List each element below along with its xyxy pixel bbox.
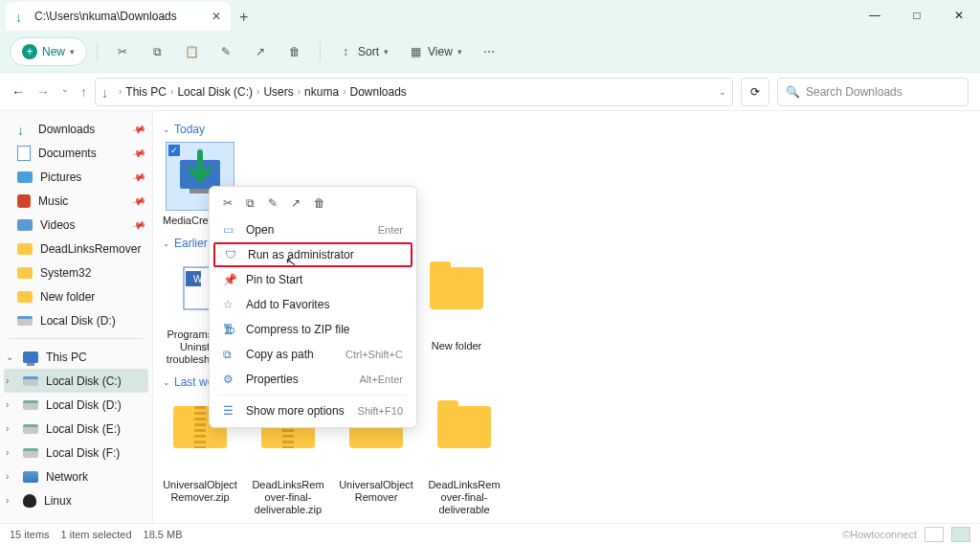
breadcrumb-item[interactable]: Local Disk (C:) (177, 85, 253, 99)
sidebar-drive[interactable]: ›Local Disk (F:) (0, 441, 152, 465)
minimize-button[interactable]: — (854, 0, 896, 31)
status-items: 15 items (10, 529, 50, 540)
window-tab[interactable]: C:\Users\nkuma\Downloads ✕ (6, 2, 231, 31)
context-menu-item[interactable]: ⧉Copy as pathCtrl+Shift+C (213, 342, 412, 367)
status-size: 18.5 MB (144, 529, 183, 540)
context-menu-item[interactable]: 🛡Run as administrator (213, 242, 412, 267)
disk-icon (23, 400, 38, 410)
chevron-down-icon: ▾ (70, 47, 75, 57)
fold-icon (17, 243, 33, 255)
disk-icon (23, 424, 38, 434)
file-item[interactable]: DeadLinksRemover-final-deliverable (427, 395, 501, 516)
scissors-icon: ✂ (115, 44, 130, 59)
sidebar-item[interactable]: Downloads📌 (0, 117, 152, 141)
svg-text:W: W (193, 274, 203, 284)
sidebar: Downloads📌Documents📌Pictures📌Music📌Video… (0, 111, 153, 529)
share-icon[interactable]: ↗ (291, 196, 301, 210)
search-input[interactable]: 🔍 Search Downloads (777, 78, 969, 106)
search-icon: 🔍 (786, 85, 800, 99)
file-label: UniversalObjectRemover (339, 479, 413, 504)
mus-icon (17, 194, 31, 208)
paste-button[interactable]: 📋 (176, 37, 207, 66)
file-label: DeadLinksRemover-final-deliverable.zip (251, 479, 325, 516)
recent-button[interactable]: ⌄ (61, 84, 69, 100)
sidebar-item[interactable]: Videos📌 (0, 213, 152, 237)
sidebar-drive[interactable]: ›Local Disk (D:) (0, 393, 152, 417)
view-icon: ▦ (408, 44, 423, 59)
checkbox-icon: ✓ (168, 145, 180, 156)
view-button[interactable]: ▦View▾ (400, 37, 470, 66)
sidebar-network[interactable]: ›Network (0, 465, 152, 488)
group-header[interactable]: ⌄Today (163, 123, 970, 136)
breadcrumb-item[interactable]: Users (263, 85, 293, 99)
breadcrumb-item[interactable]: This PC (125, 85, 167, 99)
file-label: UniversalObjectRemover.zip (163, 479, 237, 504)
copy-button[interactable]: ⧉ (142, 37, 172, 66)
shortcut-label: Alt+Enter (359, 374, 403, 385)
sidebar-item[interactable]: Pictures📌 (0, 165, 152, 189)
context-menu-item[interactable]: 🗜Compress to ZIP file (213, 317, 412, 342)
shield-icon: 🛡 (225, 248, 238, 261)
rename-button[interactable]: ✎ (211, 37, 241, 66)
address-bar[interactable]: › This PC› Local Disk (C:)› Users› nkuma… (95, 78, 733, 106)
cursor-icon: ↖ (284, 253, 299, 270)
sidebar-item[interactable]: New folder (0, 284, 152, 308)
new-tab-button[interactable]: + (231, 4, 257, 31)
context-menu-item[interactable]: ▭OpenEnter (213, 217, 412, 242)
breadcrumb-item[interactable]: Downloads (349, 85, 406, 99)
thumbnails-view-button[interactable] (951, 527, 970, 542)
refresh-button[interactable]: ⟳ (741, 78, 769, 106)
close-window-button[interactable]: ✕ (938, 0, 980, 31)
sidebar-drive[interactable]: ›Local Disk (C:) (4, 369, 148, 393)
context-menu-item[interactable]: ⚙PropertiesAlt+Enter (213, 367, 412, 392)
trash-icon[interactable]: 🗑 (314, 196, 325, 210)
pin-icon: 📌 (131, 170, 146, 185)
tab-title: C:\Users\nkuma\Downloads (34, 10, 177, 23)
maximize-button[interactable]: □ (896, 0, 938, 31)
sort-button[interactable]: ↕Sort▾ (330, 37, 396, 66)
vid-icon (17, 219, 33, 231)
sidebar-item[interactable]: Local Disk (D:) (0, 308, 152, 332)
network-icon (23, 471, 38, 483)
rename-icon[interactable]: ✎ (268, 196, 278, 210)
chevron-down-icon[interactable]: ⌄ (719, 87, 726, 97)
details-view-button[interactable] (924, 527, 944, 542)
delete-button[interactable]: 🗑 (279, 37, 310, 66)
context-menu-item[interactable]: 📌Pin to Start (213, 267, 412, 292)
breadcrumb-item[interactable]: nkuma (304, 85, 339, 99)
back-button[interactable]: ← (11, 84, 25, 100)
open-icon: ▭ (223, 223, 236, 237)
cut-button[interactable]: ✂ (107, 37, 138, 66)
file-label: New folder (419, 340, 494, 352)
linux-icon (23, 494, 36, 508)
new-button[interactable]: + New ▾ (10, 37, 87, 66)
cut-icon[interactable]: ✂ (223, 196, 233, 210)
more-button[interactable]: ⋯ (474, 37, 504, 66)
sidebar-this-pc[interactable]: ⌄This PC (0, 345, 152, 369)
disk-icon (23, 448, 38, 458)
sidebar-drive[interactable]: ›Local Disk (E:) (0, 417, 152, 441)
share-button[interactable]: ↗ (245, 37, 276, 66)
context-menu-item[interactable]: ☆Add to Favorites (213, 292, 412, 317)
up-button[interactable]: ↑ (80, 84, 87, 100)
star-icon: ☆ (223, 298, 236, 311)
pin-icon: 📌 (131, 217, 146, 233)
sidebar-item[interactable]: System32 (0, 261, 152, 284)
sidebar-item[interactable]: DeadLinksRemover (0, 237, 152, 261)
prop-icon: ⚙ (223, 373, 236, 386)
paste-icon: 📋 (184, 44, 199, 59)
sidebar-item[interactable]: Documents📌 (0, 141, 152, 165)
close-tab-icon[interactable]: ✕ (212, 10, 221, 23)
pin-icon: 📌 (131, 122, 146, 137)
file-item[interactable]: New folder (419, 256, 494, 366)
refresh-icon: ⟳ (750, 85, 760, 99)
copy-icon[interactable]: ⧉ (246, 196, 255, 210)
context-menu-item[interactable]: ☰Show more optionsShift+F10 (213, 398, 412, 423)
sidebar-linux[interactable]: ›Linux (0, 488, 152, 512)
sort-icon: ↕ (338, 44, 353, 59)
sidebar-item[interactable]: Music📌 (0, 189, 152, 213)
context-menu: ✂ ⧉ ✎ ↗ 🗑 ▭OpenEnter🛡Run as administrato… (209, 186, 417, 428)
downarrow-icon (17, 123, 31, 136)
pic-icon (17, 171, 33, 183)
forward-button[interactable]: → (36, 84, 50, 100)
